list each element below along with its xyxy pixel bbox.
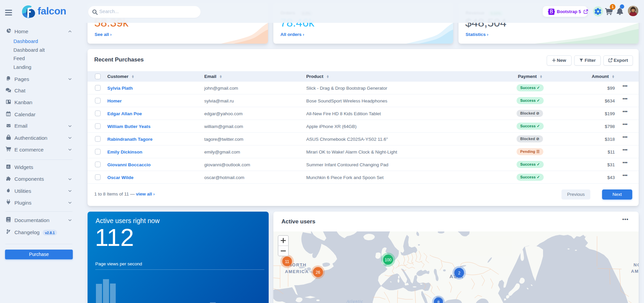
svg-text:AMERICA: AMERICA [285, 269, 309, 274]
svg-text:NO: NO [634, 262, 639, 267]
svg-text:8: 8 [437, 300, 440, 303]
svg-text:AME: AME [631, 269, 639, 274]
svg-text:2: 2 [458, 271, 461, 275]
svg-text:11: 11 [285, 259, 289, 264]
svg-text:Atlantic: Atlantic [346, 299, 363, 303]
svg-text:26: 26 [316, 270, 320, 275]
svg-text:100: 100 [385, 258, 391, 262]
